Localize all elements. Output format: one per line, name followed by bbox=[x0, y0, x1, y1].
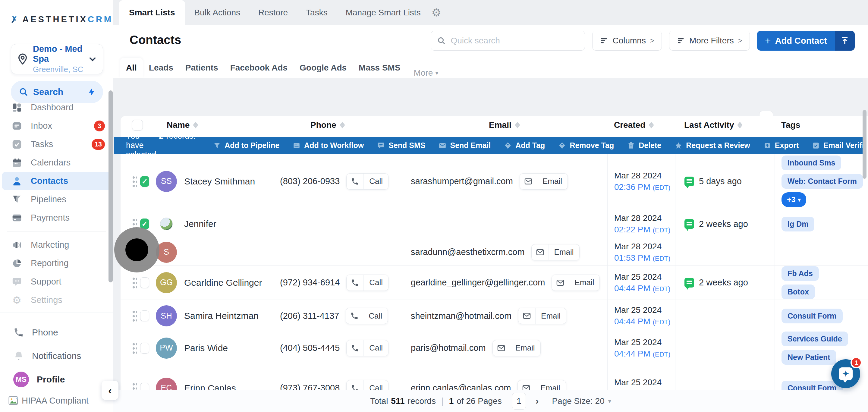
tab-facebook-ads[interactable]: Facebook Ads bbox=[224, 58, 293, 78]
row-checkbox[interactable] bbox=[140, 383, 149, 390]
add-to-workflow-button[interactable]: Add to Workflow bbox=[293, 141, 364, 150]
sidebar-item-settings[interactable]: ⚙ Settings bbox=[0, 291, 113, 309]
sidebar-item-profile[interactable]: MS Profile bbox=[0, 368, 113, 391]
more-filters-button[interactable]: More Filters ˃ bbox=[669, 31, 750, 51]
tab-google-ads[interactable]: Google Ads bbox=[293, 58, 352, 78]
topnav-smart-lists[interactable]: Smart Lists bbox=[119, 0, 185, 25]
drag-handle-icon[interactable] bbox=[132, 310, 137, 322]
drag-handle-icon[interactable] bbox=[132, 176, 137, 187]
table-row[interactable]: GGGearldine Gellinger (972) 934-6914 Cal… bbox=[121, 265, 868, 300]
created-date: Mar 25 2024 bbox=[614, 378, 661, 387]
table-scrollbar[interactable] bbox=[863, 110, 867, 179]
topnav-tasks[interactable]: Tasks bbox=[297, 0, 337, 25]
row-checkbox[interactable] bbox=[140, 277, 149, 288]
table-row[interactable]: SHSamira Heintzman (206) 311-4137 Call s… bbox=[121, 300, 868, 332]
calendar-icon bbox=[11, 157, 23, 169]
email-button[interactable]: Email bbox=[552, 275, 600, 291]
tab-mass-sms[interactable]: Mass SMS bbox=[352, 58, 407, 78]
more-tags-button[interactable]: +3▾ bbox=[781, 192, 806, 207]
sidebar-item-reporting[interactable]: Reporting bbox=[0, 254, 113, 273]
sidebar-item-support[interactable]: Support bbox=[0, 273, 113, 291]
call-button[interactable]: Call bbox=[346, 275, 389, 291]
send-sms-button[interactable]: Send SMS bbox=[377, 141, 425, 150]
call-button[interactable]: Call bbox=[346, 380, 389, 390]
quick-search-input[interactable] bbox=[451, 36, 579, 45]
sidebar-item-inbox[interactable]: Inbox 3 bbox=[0, 117, 113, 135]
col-created[interactable]: Created bbox=[607, 120, 675, 130]
tab-more[interactable]: More▾ bbox=[407, 68, 446, 78]
phone-number: (972) 934-6914 bbox=[280, 278, 340, 288]
col-last-activity[interactable]: Last Activity bbox=[675, 120, 775, 130]
quick-search bbox=[431, 31, 585, 51]
sort-icon[interactable] bbox=[649, 122, 654, 128]
call-button[interactable]: Call bbox=[346, 173, 389, 190]
sort-icon[interactable] bbox=[193, 122, 198, 128]
export-button[interactable]: Export bbox=[764, 141, 799, 150]
sidebar-item-payments[interactable]: Payments bbox=[0, 209, 113, 227]
delete-button[interactable]: Delete bbox=[627, 141, 661, 150]
topnav-manage-smart-lists[interactable]: Manage Smart Lists bbox=[337, 0, 430, 25]
page-number-box[interactable]: 1 bbox=[512, 393, 526, 410]
tab-leads[interactable]: Leads bbox=[143, 58, 179, 78]
sidebar-item-tasks[interactable]: Tasks 13 bbox=[0, 135, 113, 153]
call-button[interactable]: Call bbox=[346, 308, 388, 324]
topnav-restore[interactable]: Restore bbox=[249, 0, 297, 25]
topnav-bulk-actions[interactable]: Bulk Actions bbox=[185, 0, 250, 25]
phone-icon bbox=[13, 327, 24, 338]
row-checkbox[interactable] bbox=[140, 343, 149, 353]
chevron-down-icon: ˃ bbox=[738, 36, 742, 45]
tag-pill: Botox bbox=[781, 285, 815, 299]
email-verification-button[interactable]: Email Verification bbox=[812, 141, 868, 150]
gear-icon[interactable]: ⚙ bbox=[432, 6, 441, 19]
request-review-button[interactable]: Request a Review bbox=[675, 141, 750, 150]
tab-all[interactable]: All bbox=[120, 58, 143, 78]
drag-handle-icon[interactable] bbox=[132, 277, 137, 289]
sidebar-item-notifications[interactable]: Notifications bbox=[0, 344, 113, 368]
sidebar-item-calendars[interactable]: Calendars bbox=[0, 153, 113, 172]
email-button[interactable]: Email bbox=[518, 380, 566, 390]
remove-tag-button[interactable]: Remove Tag bbox=[558, 141, 614, 150]
col-email[interactable]: Email bbox=[404, 120, 607, 130]
email-button[interactable]: Email bbox=[493, 340, 541, 356]
table-row[interactable]: S saradunn@aesthetixcrm.com Email Mar 28… bbox=[121, 239, 868, 265]
row-checkbox[interactable] bbox=[140, 310, 149, 321]
sidebar-collapse-button[interactable]: ‹ bbox=[101, 381, 119, 400]
select-all-checkbox[interactable] bbox=[132, 120, 143, 130]
sort-icon[interactable] bbox=[340, 122, 345, 128]
email-button[interactable]: Email bbox=[518, 308, 566, 324]
import-contacts-button[interactable] bbox=[835, 31, 855, 51]
tag-pill: Services Guide bbox=[781, 331, 848, 346]
col-phone[interactable]: Phone bbox=[274, 120, 404, 130]
row-checkbox[interactable]: ✓ bbox=[140, 176, 149, 187]
chat-widget-button[interactable]: ✦ 1 bbox=[831, 359, 860, 388]
add-contact-button[interactable]: +Add Contact bbox=[757, 31, 855, 51]
email-button[interactable]: Email bbox=[520, 173, 568, 190]
add-to-pipeline-button[interactable]: Add to Pipeline bbox=[213, 141, 279, 150]
sidebar-item-pipelines[interactable]: Pipelines bbox=[0, 190, 113, 209]
tab-patients[interactable]: Patients bbox=[179, 58, 224, 78]
table-row[interactable]: ECErinn Canlas (973) 767-3008 Call erinn… bbox=[121, 364, 868, 390]
email-button[interactable]: Email bbox=[531, 244, 580, 260]
columns-button[interactable]: Columns ˃ bbox=[592, 31, 662, 51]
sidebar-scrollbar[interactable] bbox=[108, 90, 113, 282]
chevron-down-icon bbox=[88, 55, 97, 63]
sidebar-item-contacts[interactable]: Contacts bbox=[2, 172, 112, 190]
table-row[interactable]: ✓ Jennifer Mar 28 202402:22 PM (EDT) 2 w… bbox=[121, 209, 868, 239]
send-email-button[interactable]: Send Email bbox=[438, 141, 491, 150]
sidebar-item-dashboard[interactable]: Dashboard bbox=[0, 98, 113, 117]
sidebar-item-phone[interactable]: Phone bbox=[0, 321, 113, 344]
table-row[interactable]: ✓ SSStacey Smithman (803) 206-0933 Call … bbox=[121, 154, 868, 209]
phone-number: (404) 505-4445 bbox=[280, 343, 340, 353]
page-size-select[interactable]: Page Size: 20▾ bbox=[552, 396, 611, 406]
col-name[interactable]: Name bbox=[149, 120, 274, 130]
next-page-button[interactable]: › bbox=[535, 395, 539, 407]
add-tag-button[interactable]: Add Tag bbox=[504, 141, 545, 150]
sort-icon[interactable] bbox=[515, 122, 520, 128]
sort-icon[interactable] bbox=[738, 122, 742, 128]
sidebar-item-marketing[interactable]: Marketing bbox=[0, 236, 113, 254]
location-switcher[interactable]: Demo - Med Spa Greenville, SC bbox=[11, 44, 103, 74]
drag-handle-icon[interactable] bbox=[132, 342, 137, 354]
table-row[interactable]: PWParis Wide (404) 505-4445 Call paris@h… bbox=[121, 332, 868, 364]
drag-handle-icon[interactable] bbox=[132, 382, 137, 390]
call-button[interactable]: Call bbox=[346, 340, 389, 356]
